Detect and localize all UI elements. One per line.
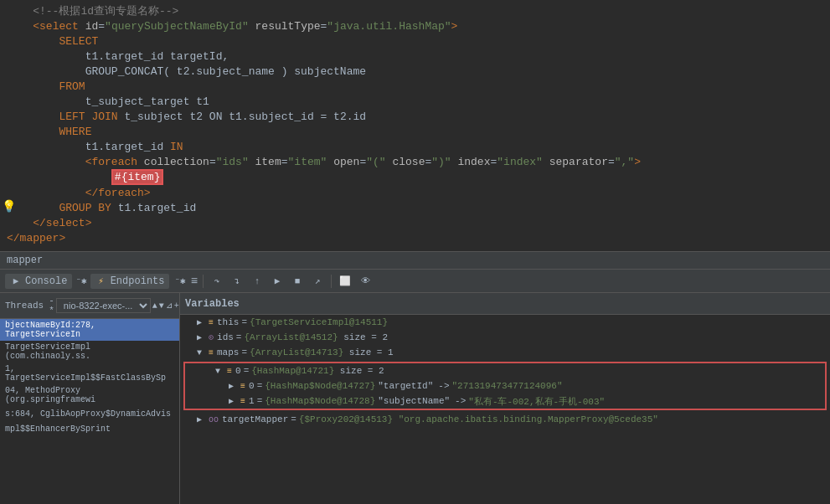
expand-icon: ▶: [229, 396, 237, 406]
highlighted-group: ▼ ≡ 0 = {HashMap@14721} size = 2 ▶ ≡ 0 =…: [183, 362, 827, 410]
var-map-entry-1[interactable]: ▶ ≡ 1 = {HashMap$Node@14728} "subjectNam…: [185, 393, 825, 409]
var-map-0[interactable]: ▼ ≡ 0 = {HashMap@14721} size = 2: [185, 363, 825, 378]
debug-panel: ▶ Console ⁻✱ ⚡ Endpoints ⁻✱ ≡ ↷ ↴ ↑ ▶ ■ …: [0, 270, 830, 504]
code-line: t1.target_id targetId,: [0, 49, 830, 64]
var-type-icon: ≡: [227, 367, 232, 376]
tab-endpoints[interactable]: ⚡ Endpoints: [90, 274, 170, 289]
var-maps[interactable]: ▼ ≡ maps = {ArrayList@14713} size = 1: [180, 345, 830, 360]
code-line: WHERE: [0, 124, 830, 139]
thread-frame-4[interactable]: s:684, CglibAopProxy$DynamicAdvis: [0, 406, 179, 421]
code-line: </foreach>: [0, 185, 830, 200]
expand-icon: ▶: [197, 332, 205, 342]
expand-icon: ▼: [215, 367, 224, 376]
var-map-entry-0[interactable]: ▶ ≡ 0 = {HashMap$Node@14727} "targetId" …: [185, 378, 825, 393]
code-line-highlighted: #{item}: [0, 169, 830, 185]
var-type-icon: ≡: [209, 318, 214, 327]
thread-filter-button[interactable]: ⊿: [166, 299, 173, 312]
code-line: t_subject_target t1: [0, 94, 830, 109]
code-editor: <!--根据id查询专题名称--> <select id="querySubje…: [0, 0, 830, 251]
thread-label-suffix: -*: [49, 296, 54, 316]
var-this[interactable]: ▶ ≡ this = {TargetServiceImpl@14511}: [180, 315, 830, 330]
code-line: </mapper>: [0, 230, 830, 245]
thread-frame-2[interactable]: 1, TargetServiceImpl$$FastClassBySp: [0, 363, 179, 384]
code-line: <foreach collection="ids" item="item" op…: [0, 154, 830, 169]
thread-frame-5[interactable]: mpl$$EnhancerBySprint: [0, 421, 179, 436]
console-icon: ▶: [10, 275, 22, 287]
code-line: <select id="querySubjectNameById" result…: [0, 18, 830, 33]
code-line: LEFT JOIN t_subject t2 ON t1.subject_id …: [0, 109, 830, 124]
tab-separator: ⁻✱: [75, 275, 86, 286]
endpoints-icon: ⚡: [95, 275, 107, 287]
expand-icon: ▶: [197, 317, 205, 327]
threads-panel: Threads -* nio-8322-exec-... ▲ ▼ ⊿ + bje…: [0, 293, 180, 504]
id-icon: ⊙: [209, 332, 214, 342]
step-into-button[interactable]: ↴: [229, 273, 245, 290]
var-ids[interactable]: ▶ ⊙ ids = {ArrayList@14512} size = 2: [180, 330, 830, 345]
thread-selector-row: Threads -* nio-8322-exec-... ▲ ▼ ⊿ +: [0, 293, 179, 319]
run-cursor-button[interactable]: ↗: [309, 273, 326, 290]
code-line: </select>: [0, 215, 830, 230]
thread-dropdown[interactable]: nio-8322-exec-...: [56, 298, 151, 313]
var-type-icon: ≡: [209, 348, 214, 357]
thread-add-button[interactable]: +: [174, 299, 179, 312]
expand-icon: ▶: [197, 414, 205, 424]
highlight-item: #{item}: [111, 169, 164, 185]
thread-up-button[interactable]: ▲: [152, 299, 157, 312]
expand-icon: ▼: [197, 348, 205, 357]
evaluate-button[interactable]: ⬜: [337, 273, 353, 290]
code-line: t1.target_id IN: [0, 139, 830, 154]
step-over-button[interactable]: ↷: [209, 273, 225, 290]
watches-button[interactable]: 👁: [357, 273, 374, 290]
var-target-mapper[interactable]: ▶ oo targetMapper = {$Proxy202@14513} "o…: [180, 412, 830, 427]
debug-content: Threads -* nio-8322-exec-... ▲ ▼ ⊿ + bje…: [0, 293, 830, 504]
tab-console[interactable]: ▶ Console: [5, 274, 72, 289]
tab-extra: ⁻✱: [174, 275, 185, 286]
toolbar-separator-2: [331, 275, 332, 288]
variables-panel: Variables ▶ ≡ this = {TargetServiceImpl@…: [180, 293, 830, 504]
proxy-icon: oo: [209, 415, 219, 424]
thread-label: Threads: [5, 301, 44, 311]
toolbar-separator: [203, 275, 204, 288]
var-type-icon: ≡: [240, 397, 245, 406]
thread-frame-3[interactable]: 04, MethodProxy (org.springframewi: [0, 384, 179, 406]
thread-frame-0[interactable]: bjectNameById:278, TargetServiceIn: [0, 319, 179, 341]
debug-toolbar: ▶ Console ⁻✱ ⚡ Endpoints ⁻✱ ≡ ↷ ↴ ↑ ▶ ■ …: [0, 270, 830, 293]
stop-button[interactable]: ■: [289, 273, 306, 290]
step-out-button[interactable]: ↑: [249, 273, 265, 290]
thread-frame-1[interactable]: TargetServiceImpl (com.chinaoly.ss.: [0, 341, 179, 363]
thread-down-button[interactable]: ▼: [159, 299, 164, 312]
toolbar-settings-icon[interactable]: ≡: [191, 275, 198, 288]
variables-header: Variables: [180, 293, 830, 315]
expand-icon: ▶: [229, 381, 237, 391]
resume-button[interactable]: ▶: [269, 273, 286, 290]
lightbulb-icon: 💡: [2, 199, 16, 213]
breadcrumb: mapper: [0, 251, 830, 270]
code-line: <!--根据id查询专题名称-->: [0, 3, 830, 18]
var-type-icon: ≡: [240, 382, 245, 391]
code-line: SELECT: [0, 33, 830, 49]
code-line: GROUP BY t1.target_id: [0, 200, 830, 215]
code-line: GROUP_CONCAT( t2.subject_name ) subjectN…: [0, 64, 830, 79]
code-line: FROM: [0, 79, 830, 94]
